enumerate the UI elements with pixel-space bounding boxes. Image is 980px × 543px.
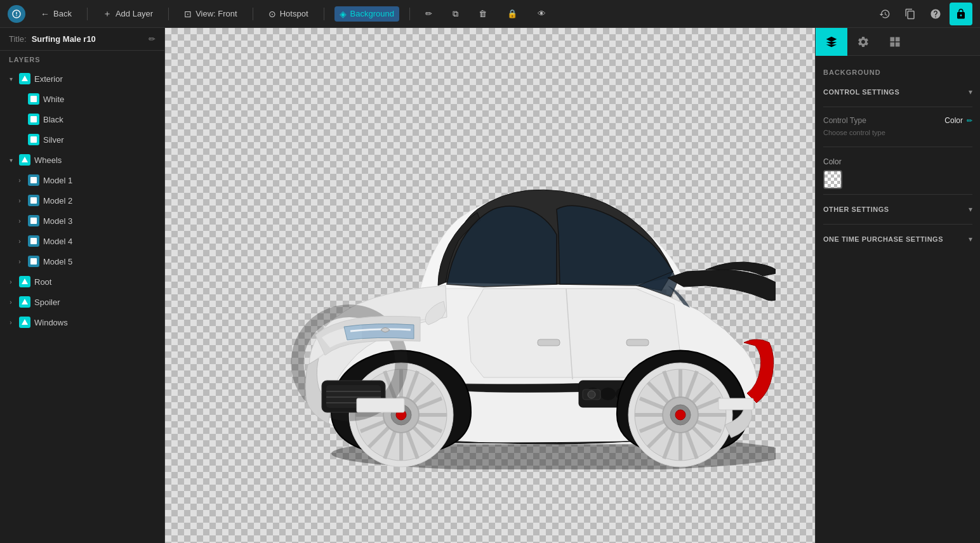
- layer-label-silver: Silver: [43, 135, 64, 145]
- layer-icon-root: [19, 276, 30, 287]
- canvas-area[interactable]: [165, 28, 815, 543]
- layer-icon-wheels: [19, 154, 30, 166]
- chevron-right-icon-m4: ›: [15, 237, 24, 245]
- one-time-purchase-label: ONE TIME PURCHASE SETTINGS: [823, 235, 943, 243]
- layer-item-silver[interactable]: Silver: [0, 129, 164, 150]
- layer-item-model4[interactable]: › Model 4: [0, 231, 164, 251]
- topbar-divider-5: [409, 8, 410, 20]
- copy-tool[interactable]: ⧉: [447, 6, 463, 22]
- divider-4: [823, 224, 972, 225]
- layer-icon-model5: [28, 256, 39, 267]
- tab-layout[interactable]: [879, 28, 911, 56]
- divider-3: [823, 194, 972, 195]
- control-type-label: Control Type: [823, 116, 866, 125]
- view-icon: ⊡: [184, 9, 192, 19]
- title-value: Surfing Male r10: [32, 34, 96, 44]
- control-type-hint: Choose control type: [823, 129, 972, 141]
- chevron-right-icon-windows: ›: [6, 318, 15, 327]
- chevron-right-icon-m5: ›: [15, 257, 24, 266]
- layer-item-model3[interactable]: › Model 3: [0, 211, 164, 231]
- spacer-icon: [15, 95, 24, 103]
- layer-item-spoiler[interactable]: › Spoiler: [0, 292, 164, 312]
- chevron-right-icon-m2: ›: [15, 196, 24, 205]
- layer-item-model2[interactable]: › Model 2: [0, 190, 164, 211]
- trash-icon: 🗑: [479, 9, 487, 18]
- chevron-right-icon-root: ›: [6, 277, 15, 286]
- layer-item-root[interactable]: › Root: [0, 272, 164, 292]
- title-edit-icon[interactable]: ✏: [149, 34, 156, 44]
- lock-icon: 🔒: [507, 9, 517, 18]
- background-icon: ◈: [340, 9, 347, 19]
- back-button[interactable]: ← Back: [36, 6, 77, 22]
- layer-icon-model2: [28, 195, 39, 206]
- lock-tool[interactable]: 🔒: [502, 6, 522, 21]
- other-settings-section[interactable]: OTHER SETTINGS ▾: [823, 200, 972, 219]
- color-swatch[interactable]: [823, 170, 842, 189]
- layer-item-exterior[interactable]: ▾ Exterior: [0, 69, 164, 89]
- topbar-right: [873, 3, 972, 25]
- control-settings-section[interactable]: CONTROL SETTINGS ▾: [823, 82, 972, 101]
- svg-rect-52: [357, 398, 404, 412]
- layer-label-spoiler: Spoiler: [34, 298, 60, 307]
- main-layout: Title: Surfing Male r10 ✏ LAYERS ▾ Exter…: [0, 28, 980, 543]
- layer-item-model5[interactable]: › Model 5: [0, 251, 164, 272]
- layer-item-black[interactable]: Black: [0, 109, 164, 129]
- svg-rect-7: [30, 258, 37, 265]
- layer-label-exterior: Exterior: [34, 74, 63, 84]
- copy-icon: ⧉: [453, 9, 458, 19]
- car-image-container: [197, 41, 783, 530]
- layer-item-windows[interactable]: › Windows: [0, 312, 164, 332]
- layer-icon-model3: [28, 215, 39, 226]
- tab-layers[interactable]: [816, 28, 847, 56]
- view-front-button[interactable]: ⊡ View: Front: [179, 6, 242, 22]
- color-label: Color: [823, 152, 972, 170]
- chevron-down-icon-other: ▾: [969, 205, 972, 214]
- delete-tool[interactable]: 🗑: [473, 6, 492, 21]
- visibility-tool[interactable]: 👁: [533, 6, 551, 21]
- svg-rect-3: [30, 177, 37, 183]
- chevron-down-icon-ctrl: ▾: [969, 88, 972, 96]
- duplicate-button[interactable]: [899, 3, 922, 25]
- layer-label-model1: Model 1: [43, 176, 72, 185]
- layer-item-white[interactable]: White: [0, 89, 164, 109]
- background-button[interactable]: ◈ Background: [334, 6, 399, 22]
- control-type-row: Control Type Color ✏: [823, 112, 972, 129]
- eye-icon: 👁: [538, 9, 546, 18]
- chevron-right-icon-spoiler: ›: [6, 298, 15, 306]
- sidebar: Title: Surfing Male r10 ✏ LAYERS ▾ Exter…: [0, 28, 165, 543]
- layer-label-model4: Model 4: [43, 237, 72, 246]
- add-layer-button[interactable]: ＋ Add Layer: [98, 6, 158, 22]
- chevron-right-icon-m3: ›: [15, 216, 24, 225]
- topbar-divider-4: [324, 8, 324, 20]
- control-type-edit-icon[interactable]: ✏: [967, 117, 972, 125]
- layer-label-model5: Model 5: [43, 257, 72, 266]
- layers-header: LAYERS: [0, 51, 164, 69]
- topbar-divider-1: [87, 8, 88, 20]
- svg-rect-1: [30, 116, 37, 122]
- layer-item-wheels[interactable]: ▾ Wheels: [0, 150, 164, 170]
- layer-label-wheels: Wheels: [34, 155, 62, 165]
- right-panel: BACKGROUND CONTROL SETTINGS ▾ Control Ty…: [815, 28, 980, 543]
- pencil-tool[interactable]: ✏: [420, 6, 437, 21]
- wp-logo: [8, 5, 25, 23]
- one-time-purchase-section[interactable]: ONE TIME PURCHASE SETTINGS ▾: [823, 230, 972, 249]
- help-button[interactable]: [924, 3, 947, 25]
- layer-item-model1[interactable]: › Model 1: [0, 170, 164, 190]
- svg-point-18: [588, 391, 595, 398]
- layer-icon-windows: [19, 317, 30, 328]
- spacer-icon-black: [15, 115, 24, 124]
- right-panel-content: BACKGROUND CONTROL SETTINGS ▾ Control Ty…: [816, 56, 980, 543]
- layer-label-white: White: [43, 95, 64, 104]
- svg-rect-0: [30, 96, 37, 102]
- chevron-down-icon: ▾: [6, 74, 15, 83]
- hotspot-button[interactable]: ⊙ Hotspot: [263, 6, 314, 22]
- back-icon: ←: [41, 9, 50, 19]
- svg-point-44: [675, 410, 685, 420]
- control-type-value: Color ✏: [944, 116, 972, 125]
- layer-icon-model1: [28, 174, 39, 186]
- layer-icon-spoiler: [19, 296, 30, 308]
- spacer-icon-silver: [15, 135, 24, 144]
- history-button[interactable]: [873, 3, 896, 25]
- lock-panel-button[interactable]: [950, 3, 972, 25]
- tab-settings[interactable]: [847, 28, 879, 56]
